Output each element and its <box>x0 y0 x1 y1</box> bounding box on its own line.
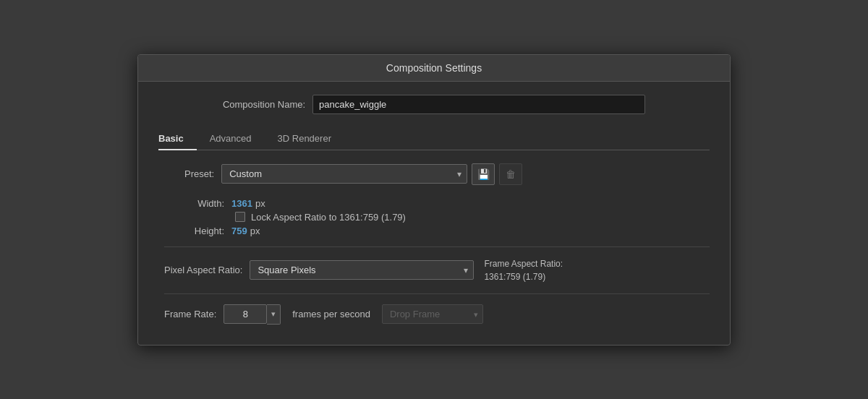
width-value[interactable]: 1361 <box>231 198 252 209</box>
frame-aspect-label: Frame Aspect Ratio: <box>484 259 563 269</box>
frame-rate-input[interactable] <box>224 304 267 324</box>
save-preset-button[interactable]: 💾 <box>472 163 495 185</box>
delete-preset-icon: 🗑 <box>506 168 516 180</box>
dialog-title-bar: Composition Settings <box>138 55 730 82</box>
dimensions-section: Width: 1361 px Lock Aspect Ratio to 1361… <box>184 198 710 236</box>
frame-rate-row: Frame Rate: ▾ frames per second Drop Fra… <box>164 304 710 325</box>
pixel-aspect-row: Pixel Aspect Ratio: Square Pixels D1/DV … <box>164 257 710 283</box>
lock-aspect-row: Lock Aspect Ratio to 1361:759 (1.79) <box>235 212 710 223</box>
preset-row: Preset: Custom HDTV 1080 25 HDTV 720 29.… <box>184 163 710 185</box>
par-select-wrapper: Square Pixels D1/DV NTSC (0.91) D1/DV PA… <box>250 260 474 280</box>
drop-frame-select[interactable]: Drop Frame Non-Drop Frame <box>382 304 483 324</box>
dialog-body: Composition Name: Basic Advanced 3D Rend… <box>138 82 730 345</box>
tab-advanced[interactable]: Advanced <box>210 127 265 150</box>
preset-select[interactable]: Custom HDTV 1080 25 HDTV 720 29.97 Film … <box>221 164 467 184</box>
width-label: Width: <box>184 198 224 209</box>
height-value[interactable]: 759 <box>231 226 247 236</box>
height-row: Height: 759 px <box>184 226 710 236</box>
fr-unit: frames per second <box>292 309 370 319</box>
lock-aspect-label: Lock Aspect Ratio to 1361:759 (1.79) <box>251 212 406 223</box>
width-unit: px <box>255 198 265 209</box>
lock-aspect-checkbox[interactable] <box>235 212 245 222</box>
save-preset-icon: 💾 <box>477 168 490 180</box>
comp-name-input[interactable] <box>312 95 645 114</box>
width-row: Width: 1361 px <box>184 198 710 209</box>
drop-frame-wrapper: Drop Frame Non-Drop Frame <box>382 304 483 324</box>
height-unit: px <box>250 226 260 236</box>
preset-label: Preset: <box>184 168 214 179</box>
delete-preset-button[interactable]: 🗑 <box>499 163 522 185</box>
frame-rate-dropdown-button[interactable]: ▾ <box>267 304 281 325</box>
frame-aspect-value: 1361:759 (1.79) <box>484 272 545 282</box>
preset-select-wrapper: Custom HDTV 1080 25 HDTV 720 29.97 Film … <box>221 164 467 184</box>
par-select[interactable]: Square Pixels D1/DV NTSC (0.91) D1/DV PA… <box>250 260 474 280</box>
divider-1 <box>164 246 710 247</box>
tab-basic[interactable]: Basic <box>158 127 197 150</box>
tabs-bar: Basic Advanced 3D Renderer <box>158 127 710 150</box>
basic-tab-content: Preset: Custom HDTV 1080 25 HDTV 720 29.… <box>158 163 710 325</box>
composition-settings-dialog: Composition Settings Composition Name: B… <box>137 54 731 346</box>
frame-aspect-info: Frame Aspect Ratio: 1361:759 (1.79) <box>484 257 563 283</box>
tab-3d-renderer[interactable]: 3D Renderer <box>278 127 344 150</box>
par-label: Pixel Aspect Ratio: <box>164 265 242 275</box>
fr-label: Frame Rate: <box>164 309 216 319</box>
divider-2 <box>164 293 710 294</box>
comp-name-row: Composition Name: <box>158 95 710 114</box>
comp-name-label: Composition Name: <box>223 99 305 110</box>
height-label: Height: <box>184 226 224 236</box>
dialog-title: Composition Settings <box>386 62 482 74</box>
